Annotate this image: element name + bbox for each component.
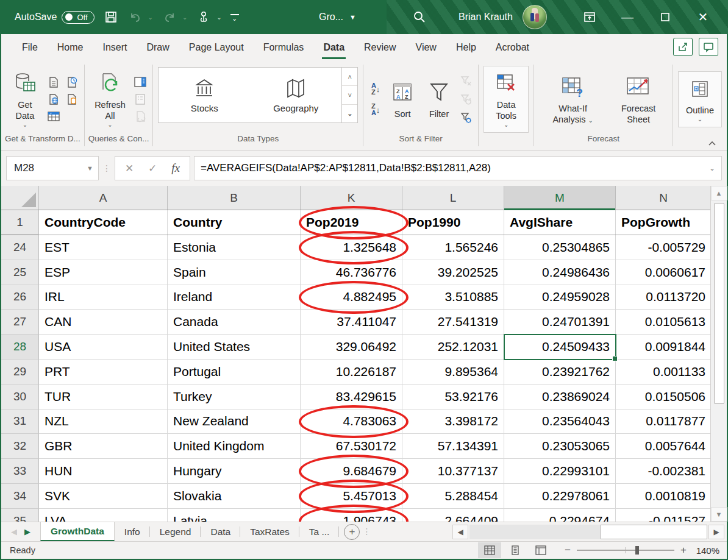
cell-M1[interactable]: AvgIShare <box>504 210 616 235</box>
cell-A27[interactable]: CAN <box>39 310 168 335</box>
cell-A29[interactable]: PRT <box>39 360 168 385</box>
enter-icon[interactable]: ✓ <box>141 162 164 175</box>
ribbon-tab-help[interactable]: Help <box>446 34 486 61</box>
forecast-sheet-button[interactable]: Forecast Sheet <box>609 71 668 127</box>
cell-N32[interactable]: 0.0057644 <box>616 434 712 459</box>
sheet-tab-legend[interactable]: Legend <box>150 522 201 541</box>
formula-bar-resize-handle[interactable]: ⋮ <box>102 167 111 170</box>
cell-M25[interactable]: 0.24986436 <box>504 260 616 285</box>
cell-B30[interactable]: Turkey <box>168 385 301 409</box>
scroll-down-icon[interactable]: ▼ <box>711 507 727 522</box>
from-database-icon[interactable] <box>65 92 79 107</box>
advanced-filter-icon[interactable] <box>459 110 473 125</box>
redo-icon[interactable] <box>162 9 177 25</box>
cell-A33[interactable]: HUN <box>39 459 168 484</box>
horizontal-scrollbar[interactable] <box>469 525 707 539</box>
close-button[interactable]: ✕ <box>684 0 722 34</box>
cell-B34[interactable]: Slovakia <box>168 484 301 509</box>
page-break-preview-icon[interactable] <box>529 542 552 558</box>
cell-B27[interactable]: Canada <box>168 310 301 335</box>
name-box[interactable]: M28 ▼ <box>6 156 99 180</box>
cell-B32[interactable]: United Kingdom <box>168 434 301 459</box>
ribbon-tab-page-layout[interactable]: Page Layout <box>179 34 254 61</box>
ribbon-tab-draw[interactable]: Draw <box>137 34 179 61</box>
cell-N34[interactable]: 0.0010819 <box>616 484 712 509</box>
cell-M31[interactable]: 0.23564043 <box>504 409 616 434</box>
cell-A24[interactable]: EST <box>39 235 168 260</box>
touch-mode-dropdown-icon[interactable]: ⌄ <box>216 14 221 21</box>
cell-B33[interactable]: Hungary <box>168 459 301 484</box>
ribbon-tab-review[interactable]: Review <box>354 34 405 61</box>
cell-M28[interactable]: 0.24509433 <box>504 335 616 360</box>
zoom-slider[interactable] <box>577 550 674 551</box>
cell-L28[interactable]: 252.12031 <box>402 335 504 360</box>
geography-button[interactable]: Geography <box>250 68 341 122</box>
cell-K31[interactable]: 4.783063 <box>301 409 402 434</box>
cell-A31[interactable]: NZL <box>39 409 168 434</box>
cell-L30[interactable]: 53.92176 <box>402 385 504 409</box>
cell-K34[interactable]: 5.457013 <box>301 484 402 509</box>
clear-filter-icon[interactable] <box>459 74 473 88</box>
ribbon-tab-formulas[interactable]: Formulas <box>254 34 314 61</box>
cell-L33[interactable]: 10.377137 <box>402 459 504 484</box>
cell-N27[interactable]: 0.0105613 <box>616 310 712 335</box>
cell-L25[interactable]: 39.202525 <box>402 260 504 285</box>
ribbon-tab-file[interactable]: File <box>12 34 48 61</box>
cell-B24[interactable]: Estonia <box>168 235 301 260</box>
ribbon-display-options-icon[interactable] <box>571 0 608 34</box>
save-icon[interactable] <box>103 9 119 25</box>
autosave-toggle[interactable]: AutoSave Off <box>15 11 95 24</box>
minimize-button[interactable]: — <box>608 0 646 34</box>
properties-icon[interactable] <box>133 92 148 107</box>
zoom-slider-thumb[interactable] <box>635 546 639 555</box>
sheet-tab-truncated[interactable]: Ta ... <box>299 522 340 541</box>
sort-button[interactable]: Z A A Z Sort <box>385 77 419 122</box>
cell-A26[interactable]: IRL <box>39 285 168 310</box>
zoom-out-icon[interactable]: − <box>563 544 572 556</box>
row-header-25[interactable]: 25 <box>1 260 39 285</box>
insert-function-icon[interactable]: fx <box>164 161 187 175</box>
edit-links-icon[interactable] <box>133 109 148 124</box>
data-tools-button[interactable]: Data Tools⌄ <box>484 66 529 133</box>
row-header-33[interactable]: 33 <box>1 459 39 484</box>
undo-dropdown-icon[interactable]: ⌄ <box>148 14 153 21</box>
cell-B29[interactable]: Portugal <box>168 360 301 385</box>
redo-dropdown-icon[interactable]: ⌄ <box>182 14 187 21</box>
cell-A28[interactable]: USA <box>39 335 168 360</box>
touch-mode-icon[interactable] <box>196 9 212 25</box>
cell-N28[interactable]: 0.0091844 <box>616 335 712 360</box>
cell-K30[interactable]: 83.429615 <box>301 385 402 409</box>
cell-M34[interactable]: 0.22978061 <box>504 484 616 509</box>
cell-M24[interactable]: 0.25304865 <box>504 235 616 260</box>
cell-B25[interactable]: Spain <box>168 260 301 285</box>
name-box-dropdown-icon[interactable]: ▼ <box>87 165 93 172</box>
cell-B26[interactable]: Ireland <box>168 285 301 310</box>
reapply-filter-icon[interactable] <box>459 92 473 107</box>
row-header-24[interactable]: 24 <box>1 235 39 260</box>
row-header-27[interactable]: 27 <box>1 310 39 335</box>
cell-L1[interactable]: Pop1990 <box>402 210 504 235</box>
column-header-a[interactable]: A <box>39 186 168 210</box>
hscroll-left-icon[interactable]: ◀ <box>452 525 468 539</box>
cell-N30[interactable]: 0.0150506 <box>616 385 712 409</box>
cell-A32[interactable]: GBR <box>39 434 168 459</box>
cell-N24[interactable]: -0.005729 <box>616 235 712 260</box>
cell-A34[interactable]: SVK <box>39 484 168 509</box>
search-icon[interactable] <box>412 10 427 24</box>
cell-M32[interactable]: 0.23053065 <box>504 434 616 459</box>
sort-descending-icon[interactable]: ZA↓ <box>368 102 383 117</box>
cell-B28[interactable]: United States <box>168 335 301 360</box>
cell-L34[interactable]: 5.288454 <box>402 484 504 509</box>
expand-formula-bar-icon[interactable]: ⌄ <box>709 164 715 172</box>
cell-N26[interactable]: 0.0113720 <box>616 285 712 310</box>
ribbon-tab-home[interactable]: Home <box>48 34 93 61</box>
ribbon-tab-data[interactable]: Data <box>313 34 354 61</box>
cell-K26[interactable]: 4.882495 <box>301 285 402 310</box>
cell-L24[interactable]: 1.565246 <box>402 235 504 260</box>
new-sheet-icon[interactable]: + <box>344 524 360 540</box>
zoom-in-icon[interactable]: + <box>679 544 688 556</box>
cancel-icon[interactable]: ✕ <box>118 162 141 175</box>
cell-A30[interactable]: TUR <box>39 385 168 409</box>
cell-K1[interactable]: Pop2019 <box>301 210 402 235</box>
cell-L35[interactable]: 2.664409 <box>402 509 504 522</box>
